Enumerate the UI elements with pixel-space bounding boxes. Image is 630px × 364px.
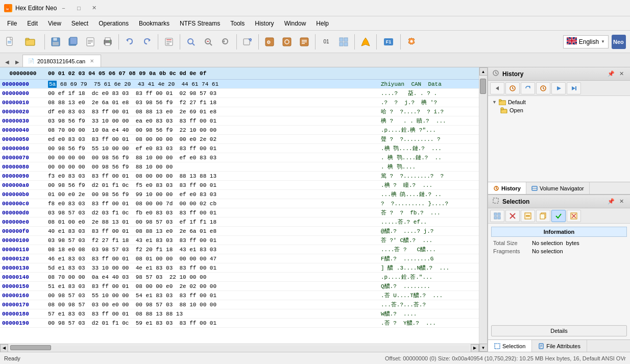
hscroll-thumb[interactable] bbox=[10, 345, 51, 350]
table-row[interactable]: 000000e0 08 01 00 e0 2e 88 13 01 00 98 5… bbox=[0, 217, 479, 227]
tab-right-button[interactable]: ▶ bbox=[12, 57, 22, 67]
scroll-up-button[interactable]: ▲ bbox=[479, 67, 488, 76]
tool2-button[interactable] bbox=[279, 33, 295, 51]
tab-close-button[interactable]: ✕ bbox=[88, 58, 95, 65]
print-button[interactable] bbox=[100, 33, 116, 51]
highlight-button[interactable] bbox=[357, 33, 374, 51]
open-button[interactable] bbox=[19, 33, 42, 51]
details-button[interactable]: Details bbox=[491, 325, 627, 336]
sel-minus-button[interactable] bbox=[521, 210, 535, 222]
scroll-right-button[interactable]: ▶ bbox=[471, 344, 479, 352]
menu-item-view[interactable]: View bbox=[43, 18, 66, 29]
volume-navigator-tab[interactable]: Volume Navigator bbox=[526, 182, 590, 194]
table-row[interactable]: 00000070 00 00 00 00 00 98 56 f9 88 10 0… bbox=[0, 153, 479, 162]
table-row[interactable]: 00000150 51 e1 83 03 83 ff 00 01 08 00 0… bbox=[0, 282, 479, 291]
file-info-button[interactable] bbox=[82, 33, 99, 51]
table-row[interactable]: 00000040 08 70 00 00 10 0a e4 40 00 98 5… bbox=[0, 126, 479, 135]
table-row[interactable]: 00000000 5a 68 69 79 75 61 6e 20 43 41 4… bbox=[0, 80, 479, 89]
history-end-button[interactable] bbox=[567, 82, 581, 94]
tab-file[interactable]: 📄 201803121645.can ✕ bbox=[22, 55, 101, 67]
table-row[interactable]: 000000b0 01 00 e0 2e 00 98 56 f9 99 10 0… bbox=[0, 190, 479, 199]
sel-delete-button[interactable] bbox=[505, 210, 520, 222]
maximize-button[interactable]: □ bbox=[72, 3, 85, 13]
table-row[interactable]: 00000000 00 ef 1f 18 dc e0 83 03 83 ff 0… bbox=[0, 89, 479, 98]
tab-left-button[interactable]: ◀ bbox=[2, 57, 12, 67]
history-node-open[interactable]: Open bbox=[490, 106, 628, 114]
save-button[interactable] bbox=[47, 33, 64, 51]
table-row[interactable]: 00000130 5d e1 83 03 33 10 00 00 4e e1 8… bbox=[0, 263, 479, 273]
new-button[interactable] bbox=[2, 33, 18, 51]
hscroll-track[interactable] bbox=[9, 345, 470, 351]
menu-item-edit[interactable]: Edit bbox=[22, 18, 43, 29]
history-pin-button[interactable]: 📌 bbox=[607, 69, 616, 79]
table-row[interactable]: 000000a0 00 98 56 f9 d2 01 f1 0c f5 e0 8… bbox=[0, 181, 479, 190]
menu-item-ntfs-streams[interactable]: NTFS Streams bbox=[175, 18, 225, 29]
table-row[interactable]: 00000190 00 98 57 03 d2 01 f1 0c 59 e1 8… bbox=[0, 319, 479, 328]
redo-button[interactable] bbox=[139, 33, 155, 51]
table-row[interactable]: 00000180 57 e1 83 03 83 ff 00 01 08 88 1… bbox=[0, 309, 479, 319]
selection-bottom-tab[interactable]: Selection bbox=[488, 340, 532, 352]
menu-item-bookmarks[interactable]: Bookmarks bbox=[134, 18, 175, 29]
hex-body[interactable]: 00000000 5a 68 69 79 75 61 6e 20 43 41 4… bbox=[0, 80, 479, 344]
undo-button[interactable] bbox=[122, 33, 138, 51]
settings-button[interactable] bbox=[403, 33, 420, 51]
table-row[interactable]: 00000140 08 70 00 00 0a e4 40 03 98 57 0… bbox=[0, 273, 479, 282]
table-row[interactable]: 00000090 f3 e0 83 03 83 ff 00 01 08 00 0… bbox=[0, 172, 479, 181]
table-row[interactable]: 00000120 46 e1 83 03 83 ff 00 01 08 01 0… bbox=[0, 254, 479, 263]
file-attributes-tab[interactable]: File Attributes bbox=[532, 340, 587, 352]
table-row[interactable]: 00000100 03 98 57 03 f2 27 f1 18 43 e1 8… bbox=[0, 236, 479, 245]
menu-item-history[interactable]: History bbox=[250, 18, 279, 29]
history-back-button[interactable] bbox=[490, 82, 504, 94]
history-rewind-button[interactable] bbox=[536, 82, 550, 94]
table-row[interactable]: 00000170 08 00 98 57 03 00 e0 00 00 98 5… bbox=[0, 300, 479, 309]
goto-button[interactable] bbox=[239, 33, 256, 51]
table-row[interactable]: 00000020 df e0 83 03 83 ff 00 01 08 88 1… bbox=[0, 107, 479, 116]
find-button[interactable] bbox=[200, 33, 216, 51]
table-row[interactable]: 00000050 ed e0 83 03 83 ff 00 01 08 00 0… bbox=[0, 135, 479, 144]
sel-check-button[interactable] bbox=[551, 210, 566, 222]
f1-button[interactable]: F1 bbox=[379, 33, 398, 51]
table-row[interactable]: 000000d0 03 98 57 03 d2 03 f1 0c fb e0 8… bbox=[0, 208, 479, 217]
history-refresh-button[interactable] bbox=[521, 82, 535, 94]
horizontal-scrollbar[interactable]: ◀ ▶ bbox=[0, 344, 479, 352]
view-mode-button[interactable] bbox=[335, 33, 352, 51]
history-close-button[interactable]: ✕ bbox=[617, 69, 626, 79]
scroll-track[interactable] bbox=[480, 76, 487, 343]
prev-search-button[interactable] bbox=[217, 33, 234, 51]
table-row[interactable]: 00000080 00 00 00 00 00 98 56 f9 88 10 0… bbox=[0, 162, 479, 172]
table-row[interactable]: 00000160 00 98 57 03 55 10 00 00 54 e1 8… bbox=[0, 291, 479, 300]
sel-grid-button[interactable] bbox=[490, 210, 504, 222]
menu-item-file[interactable]: File bbox=[2, 18, 22, 29]
menu-item-operations[interactable]: Operations bbox=[93, 18, 134, 29]
menu-item-select[interactable]: Select bbox=[66, 18, 93, 29]
table-row[interactable]: 00000030 03 98 56 f9 33 10 00 00 ea e0 8… bbox=[0, 116, 479, 126]
scroll-left-button[interactable]: ◀ bbox=[0, 344, 8, 352]
history-clock-button[interactable] bbox=[505, 82, 520, 94]
sel-copy-button[interactable] bbox=[536, 210, 550, 222]
selection-pin-button[interactable]: 📌 bbox=[607, 197, 616, 206]
table-row[interactable]: 000000c0 f8 e0 83 03 83 ff 00 01 08 00 0… bbox=[0, 199, 479, 208]
table-row[interactable]: 00000010 08 88 13 e0 2e 6a 01 e8 03 98 5… bbox=[0, 98, 479, 107]
vertical-scrollbar[interactable]: ▲ ▼ bbox=[479, 67, 487, 352]
scroll-thumb[interactable] bbox=[480, 79, 486, 94]
sel-x-box-button[interactable] bbox=[567, 210, 581, 222]
search-button[interactable] bbox=[183, 33, 199, 51]
col-mode-button[interactable]: 01 bbox=[318, 33, 334, 51]
history-tab[interactable]: History bbox=[488, 182, 526, 194]
table-row[interactable]: 00000110 08 18 e0 08 03 98 57 03 f2 20 f… bbox=[0, 245, 479, 254]
minimize-button[interactable]: − bbox=[57, 3, 70, 13]
edit-button[interactable] bbox=[161, 33, 177, 51]
language-dropdown[interactable]: English ▼ bbox=[563, 35, 609, 48]
close-button[interactable]: ✕ bbox=[87, 3, 101, 13]
table-row[interactable]: 000000f0 40 e1 83 03 83 ff 00 01 08 88 1… bbox=[0, 227, 479, 236]
tool3-button[interactable] bbox=[296, 33, 312, 51]
menu-item-window[interactable]: Window bbox=[279, 18, 311, 29]
menu-item-tools[interactable]: Tools bbox=[225, 18, 250, 29]
save-all-button[interactable] bbox=[65, 33, 81, 51]
neo-logo-button[interactable]: Neo bbox=[610, 33, 628, 51]
table-row[interactable]: 00000060 00 98 56 f9 55 10 00 00 ef e0 8… bbox=[0, 144, 479, 153]
selection-close-button[interactable]: ✕ bbox=[617, 197, 626, 206]
history-node-default[interactable]: ▼ Default bbox=[490, 98, 628, 106]
tool1-button[interactable]: ⚙ bbox=[261, 33, 278, 51]
history-play-button[interactable] bbox=[551, 82, 566, 94]
